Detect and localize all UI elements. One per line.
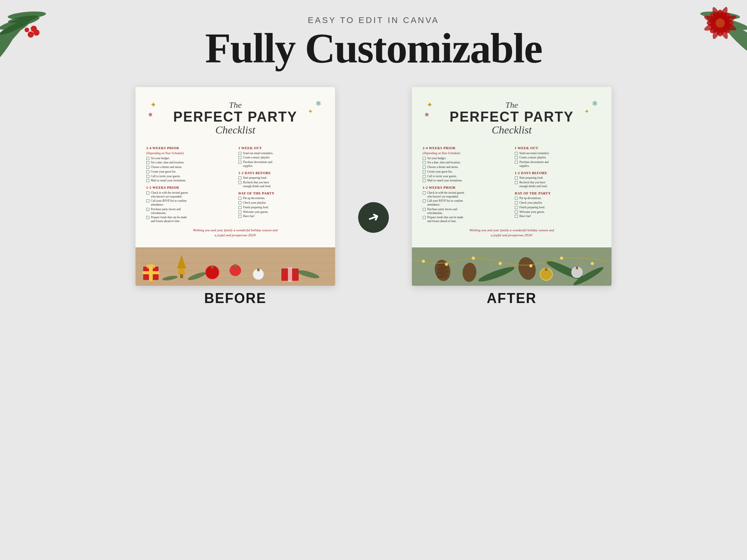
check-item: Set your budget. [146,156,232,160]
check-text: Finish preparing food. [243,206,269,209]
section3-title-before: 1 WEEK OUT [238,146,324,151]
checkbox [423,208,426,211]
svg-point-70 [499,262,502,265]
checkbox [423,161,426,164]
checkbox [146,175,149,178]
check-text: Choose a theme and menu. [427,165,458,169]
check-item: Send out email reminders. [238,152,324,155]
check-text: Create your guest list. [427,170,453,174]
section2-title-before: 1-2 WEEKS PRIOR [146,186,232,190]
check-text: Send out email reminders. [519,152,550,155]
check-item: Purchase party favors andrefreshments. [423,208,509,215]
checkbox [238,197,241,200]
check-text: Check in with the invited guestswho have… [427,191,464,199]
check-text: Start preparing food. [519,176,543,180]
svg-point-73 [591,262,594,265]
section1-title-before: 2-4 WEEKS PRIOR [146,146,232,151]
arrow-shape [354,198,393,237]
right-col-after: 1 WEEK OUT Send out email reminders. Cre… [515,146,601,224]
section5-title-after: DAY OF THE PARTY [515,191,601,196]
check-text: Call to invite your guests. [427,175,457,178]
checkbox [423,191,426,194]
checkbox [146,166,149,169]
check-item: Recheck that you haveenough drinks and f… [515,181,601,188]
check-text: Mail or email your invitations. [151,179,186,183]
checkbox [146,199,149,203]
before-card: ✦ ✦ ❄ ❄ The PERFECT PARTY Checklist 2-4 … [136,87,335,286]
check-text: Call to invite your guests. [151,175,180,178]
check-item: Recheck that you haveenough drinks and f… [238,181,324,188]
check-text: Have fun! [519,214,531,218]
check-item: Set a date, time and location. [423,161,509,165]
section3-title-after: 1 WEEK OUT [515,146,601,151]
snowflake-red-tl-after: ❄ [425,112,429,118]
check-text: Check your playlist. [519,201,543,205]
checkbox [423,166,426,169]
section1-title-after: 2-4 WEEKS PRIOR [423,146,509,151]
svg-rect-40 [211,265,213,268]
checkbox [515,176,518,180]
checklist-area-before: 2-4 WEEKS PRIOR (Depending on Your Sched… [146,146,324,224]
card-photo-before [136,247,335,286]
checkbox [238,206,241,209]
check-item: Call to invite your guests. [423,175,509,178]
checkbox [238,211,241,214]
snowflake-red-tl: ❄ [148,112,153,118]
star-gold-tr-after: ✦ [584,108,589,115]
card-footer-after: Wishing you and your family a wonderful … [423,228,601,238]
check-item: Check in with the invited guestswho have… [146,191,232,199]
check-text: Welcome your guests. [243,210,268,214]
svg-point-9 [31,26,37,32]
check-item: Call your RSVP list to confirmattendance… [146,199,232,207]
check-item: Create your guest list. [423,170,509,174]
check-text: Check your playlist. [243,201,266,205]
card-footer-before: Wishing you and your family a wonderful … [146,228,324,238]
checkbox [238,215,241,218]
check-text: Welcome your guests. [519,210,545,214]
check-text: Mail or email your invitations. [427,179,463,183]
star-gold-tr: ✦ [308,108,313,115]
check-item: Set a date, time and location. [146,161,232,165]
left-col-after: 2-4 WEEKS PRIOR (Depending on Your Sched… [423,146,509,224]
checkbox [515,206,518,209]
check-text: Purchase party favors andrefreshments. [151,208,181,215]
check-text: Recheck that you haveenough drinks and f… [243,181,271,188]
svg-rect-37 [180,274,183,278]
right-col-before: 1 WEEK OUT Send out email reminders. Cre… [238,146,324,224]
check-item: Start preparing food. [515,176,601,180]
check-item: Send out email reminders. [515,152,601,155]
svg-point-7 [28,31,34,38]
svg-rect-28 [136,263,335,264]
checkbox [146,216,149,219]
after-card-content: ✦ ✦ ❄ ❄ The PERFECT PARTY Checklist 2-4 … [412,87,611,247]
cards-container: ✦ ✦ ❄ ❄ The PERFECT PARTY Checklist 2-4 … [0,79,747,314]
arrow-container [358,202,389,233]
check-text: Put up decorations. [519,196,542,200]
checkbox [515,161,518,164]
checkbox [423,157,426,160]
section4-title-after: 1-2 DAYS BEFORE [515,171,601,176]
checkbox [238,201,241,204]
check-item: Call to invite your guests. [146,175,232,178]
after-card: ✦ ✦ ❄ ❄ The PERFECT PARTY Checklist 2-4 … [412,87,611,286]
card-title-area-after: ✦ ✦ ❄ ❄ The PERFECT PARTY Checklist [423,96,601,140]
check-text: Create a music playlist. [243,156,270,160]
checkbox [146,157,149,160]
checkbox [515,215,518,218]
check-item: Create your guest list. [146,170,232,174]
svg-rect-46 [288,268,292,282]
check-item: Welcome your guests. [238,210,324,214]
check-text: Create your guest list. [151,170,176,174]
check-text: Put up decorations. [243,196,265,200]
check-text: Purchase decorations andsupplies. [243,160,272,168]
svg-point-67 [422,260,425,263]
svg-point-72 [560,257,563,260]
check-item: Prepare foods that can be madeand frozen… [146,216,232,223]
check-item: Purchase party favors andrefreshments. [146,208,232,215]
check-item: Finish preparing food. [238,206,324,209]
check-item: Set your budget. [423,156,509,160]
check-item: Put up decorations. [515,196,601,200]
section2-title-after: 1-2 WEEKS PRIOR [423,186,509,190]
star-gold-tl-after: ✦ [426,100,433,109]
check-item: Mail or email your invitations. [146,179,232,183]
